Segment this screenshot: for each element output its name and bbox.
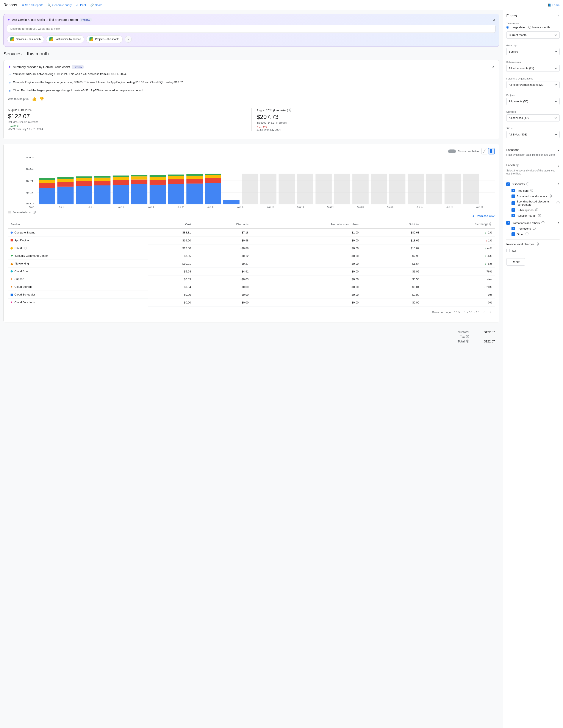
filters-collapse-icon[interactable]: › [558,14,560,18]
spending-checkbox[interactable]: ✓ [512,201,515,205]
other-checkbox[interactable]: ✓ [512,232,515,236]
promotions-sub-info-icon[interactable]: ⓘ [533,227,536,230]
download-csv-button[interactable]: ⬇ Download CSV [472,214,495,218]
invoice-charges-header: Invoice level charges ⓘ [506,242,560,246]
show-cumulative-toggle[interactable]: Show cumulative [448,149,479,153]
service-icon [11,301,13,303]
summary-line-3: ↗ Cloud Run had the largest percentage c… [8,88,495,94]
line-chart-button[interactable]: ╱ [481,148,487,154]
table-row: Compute Engine $88.81 -$7.18 -$1.00 $80.… [8,229,495,236]
toggle-switch[interactable] [448,149,456,153]
share-link[interactable]: 🔗 Share [90,3,103,7]
current-month-select[interactable]: Current month [506,31,560,39]
subtotal-cell: $1.64 [361,260,422,268]
svg-rect-54 [297,174,313,204]
services-select[interactable]: All services (47) [506,114,560,121]
change-cell: ↓ -6% [422,260,495,268]
projects-select[interactable]: All projects (55) [506,98,560,105]
promotions-cell: -$1.00 [251,229,361,236]
credits-header[interactable]: ✓ Discounts ⓘ ∧ [506,180,560,188]
labels-info-icon[interactable]: ⓘ [516,163,519,167]
prev-page-button[interactable]: ‹ [483,309,486,315]
discounts-info-icon[interactable]: ⓘ [526,182,529,186]
invoice-month-radio[interactable]: Invoice month [528,26,550,29]
promotions-info-icon[interactable]: ⓘ [541,221,544,225]
promotions-cell: $0.00 [251,244,361,252]
cost-cell: $17.50 [148,244,193,252]
svg-text:$4: $4 [26,179,34,182]
quick-services-button[interactable]: Services – this month [7,35,44,43]
invoice-charges: Invoice level charges ⓘ Tax [506,242,560,253]
invoice-charges-info-icon[interactable]: ⓘ [536,242,539,246]
folders-select[interactable]: All folders/organizations (28) [506,81,560,88]
usage-date-radio[interactable]: Usage date [506,26,525,29]
reset-button[interactable]: Reset [506,258,525,266]
collapse-gemini-button[interactable]: ∧ [493,17,496,22]
tax-label: Tax ⓘ [460,335,469,339]
cost-cell: $0.04 [148,283,193,291]
free-tiers-checkbox[interactable]: ✓ [512,189,515,192]
reseller-item: ✓ Reseller margin ⓘ [506,213,560,218]
quick-invoice-button[interactable]: Last invoice by service [46,35,84,43]
promotions-sub-checkbox[interactable]: ✓ [512,227,515,230]
skus-select[interactable]: All SKUs (408) [506,131,560,138]
table-row: Support $0.59 -$0.03 $0.00 $0.56 New [8,275,495,283]
reseller-checkbox[interactable]: ✓ [512,214,515,217]
collapse-summary-button[interactable]: ∧ [492,65,495,69]
filter-group-by: Group by Service [506,44,560,57]
svg-rect-13 [39,178,55,180]
subscriptions-checkbox[interactable]: ✓ [512,208,515,212]
discounts-checkbox[interactable]: ✓ [506,182,510,186]
summary-header: ✦ Summary provided by Gemini Cloud Assis… [8,65,495,69]
gemini-input[interactable] [7,25,496,33]
promotions-checkbox[interactable]: ✓ [506,221,510,225]
filter-projects: Projects All projects (55) [506,94,560,107]
summary-line-2: ↗ Compute Engine was the largest charge,… [8,80,495,86]
generate-query-link[interactable]: 🔍 Generate query [47,3,72,7]
print-link[interactable]: 🖨 Print [76,3,86,7]
subaccounts-select[interactable]: All subaccounts (27) [506,65,560,72]
svg-text:$0: $0 [26,202,34,204]
learn-link[interactable]: 📘 Learn [548,3,560,7]
other-item: ✓ Other ⓘ [506,231,560,237]
filter-labels-header[interactable]: Labels ⓘ ∨ [506,162,560,169]
table-row: Cloud SQL $17.50 -$0.88 $0.00 $16.62 ↓ -… [8,244,495,252]
other-info-icon[interactable]: ⓘ [526,232,529,236]
tax-value: — [478,335,495,338]
subtotal-row: Subtotal $122.07 [458,330,495,334]
thumbs-down-button[interactable]: 👎 [39,96,44,101]
forecasted-info-icon[interactable]: ⓘ [33,210,36,214]
sustained-checkbox[interactable]: ✓ [512,194,515,198]
spending-info-icon[interactable]: ⓘ [557,201,560,205]
info-icon[interactable]: ⓘ [289,108,292,112]
labels-sub: Select the key and values of the labels … [506,169,560,175]
reseller-info-icon[interactable]: ⓘ [538,214,541,218]
group-by-select[interactable]: Service [506,48,560,55]
promotions-chevron-icon: ∧ [557,221,560,225]
service-icon [11,263,13,265]
sustained-info-icon[interactable]: ⓘ [549,194,552,198]
free-tiers-item: ✓ Free tiers ⓘ [506,188,560,193]
change-info-icon[interactable]: ⓘ [489,222,492,226]
quick-projects-button[interactable]: Projects – this month [86,35,122,43]
promotions-header[interactable]: ✓ Promotions and others ⓘ ∧ [506,220,560,226]
svg-rect-36 [149,177,166,180]
see-all-reports-link[interactable]: ≡ See all reports [22,3,43,7]
tax-info-icon[interactable]: ⓘ [466,335,469,339]
tax-checkbox[interactable] [506,249,510,252]
svg-rect-25 [94,176,110,178]
discounts-cell: -$0.12 [193,252,251,260]
col-promotions: Promotions and others [251,220,361,229]
rows-per-page-select[interactable]: 10 25 50 [453,310,461,314]
subscriptions-info-icon[interactable]: ⓘ [535,208,538,212]
sustained-item: ✓ Sustained use discounts ⓘ [506,193,560,199]
next-page-button[interactable]: › [489,309,492,315]
discounts-cell: $0.00 [193,283,251,291]
total-info-icon[interactable]: ⓘ [466,339,469,343]
bar-chart-button[interactable]: ▊ [488,148,495,154]
filter-locations-header[interactable]: Locations ∨ [506,146,560,153]
next-quick-button[interactable]: › [125,36,132,43]
svg-rect-31 [131,180,147,184]
thumbs-up-button[interactable]: 👍 [32,96,37,101]
free-tiers-info-icon[interactable]: ⓘ [530,189,533,193]
